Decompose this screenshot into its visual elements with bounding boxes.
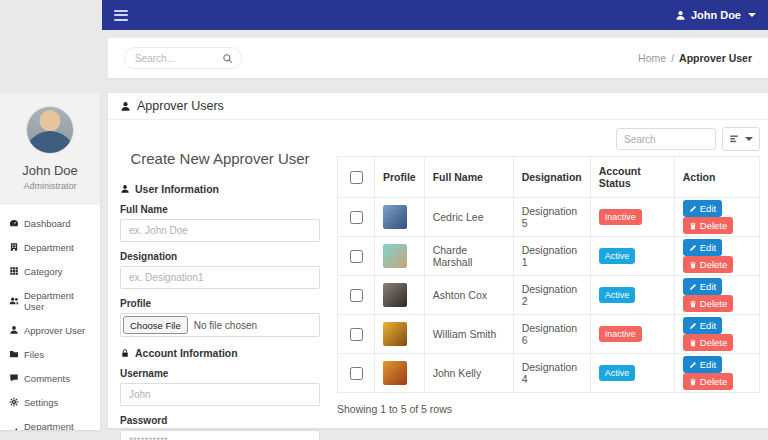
profile-file-input[interactable]: Choose File No file chosen xyxy=(120,313,320,337)
row-checkbox[interactable] xyxy=(350,328,363,341)
form-title: Create New Approver User xyxy=(120,150,320,167)
breadcrumb-current: Approver User xyxy=(679,52,752,64)
table-row: Charde Marshall Designation 1 Active Edi… xyxy=(338,237,760,276)
approver-users-table: Profile Full Name Designation Account St… xyxy=(337,156,760,393)
delete-button[interactable]: Delete xyxy=(683,256,733,273)
profile-label: Profile xyxy=(120,298,320,309)
user-menu[interactable]: John Doe xyxy=(675,9,756,21)
edit-button[interactable]: Edit xyxy=(683,356,722,373)
cell-full-name: Charde Marshall xyxy=(424,237,513,276)
status-badge: Inactive xyxy=(599,209,642,225)
delete-button[interactable]: Delete xyxy=(683,295,733,312)
row-checkbox[interactable] xyxy=(350,367,363,380)
edit-button[interactable]: Edit xyxy=(683,317,722,334)
trash-icon xyxy=(689,222,697,230)
status-badge: Inactive xyxy=(599,326,642,342)
users-table-section: Profile Full Name Designation Account St… xyxy=(337,120,768,428)
select-all-checkbox[interactable] xyxy=(350,171,363,184)
trash-icon xyxy=(689,378,697,386)
chevron-down-icon xyxy=(748,13,756,17)
profile-role: Administrator xyxy=(4,181,96,191)
account-information-section: Account Information xyxy=(120,347,320,359)
row-avatar xyxy=(383,205,407,229)
sidebar-item[interactable]: Department Reports xyxy=(0,414,100,430)
cell-full-name: Cedric Lee xyxy=(424,198,513,237)
table-row: William Smith Designation 6 Inactive Edi… xyxy=(338,315,760,354)
column-header-full-name: Full Name xyxy=(424,157,513,198)
folder-icon xyxy=(9,349,19,359)
cell-designation: Designation 2 xyxy=(513,276,590,315)
column-header-profile: Profile xyxy=(375,157,425,198)
sidebar-item-label: Department Reports xyxy=(24,421,91,431)
sidebar-item[interactable]: Category xyxy=(0,259,100,283)
choose-file-button[interactable]: Choose File xyxy=(123,316,188,334)
columns-icon xyxy=(729,134,739,144)
sidebar-item-label: Files xyxy=(24,349,44,360)
search-icon[interactable] xyxy=(222,53,233,64)
delete-button[interactable]: Delete xyxy=(683,334,733,351)
sidebar-item[interactable]: Comments xyxy=(0,366,100,390)
password-label: Password xyxy=(120,415,320,426)
trash-icon xyxy=(689,300,697,308)
gear-icon xyxy=(9,397,19,407)
row-checkbox[interactable] xyxy=(350,250,363,263)
hamburger-menu-icon[interactable] xyxy=(114,10,128,21)
global-search xyxy=(124,47,242,69)
sidebar-item[interactable]: Approver User xyxy=(0,318,100,342)
edit-button[interactable]: Edit xyxy=(683,278,722,295)
breadcrumb-home[interactable]: Home xyxy=(638,52,666,64)
delete-button[interactable]: Delete xyxy=(683,373,733,390)
breadcrumb-separator: / xyxy=(671,52,674,64)
user-icon xyxy=(120,101,131,112)
user-icon xyxy=(675,10,686,21)
cell-designation: Designation 5 xyxy=(513,198,590,237)
sidebar-item[interactable]: Files xyxy=(0,342,100,366)
edit-button[interactable]: Edit xyxy=(683,239,722,256)
column-header-account-status: Account Status xyxy=(590,157,674,198)
password-field[interactable] xyxy=(120,430,320,440)
chevron-down-icon xyxy=(745,137,753,141)
profile-name: John Doe xyxy=(4,163,96,178)
panel-header: Approver Users xyxy=(108,93,768,120)
breadcrumb: Home / Approver User xyxy=(638,52,752,64)
status-badge: Active xyxy=(599,248,636,264)
full-name-field[interactable] xyxy=(120,219,320,242)
global-search-input[interactable] xyxy=(133,52,216,65)
cell-designation: Designation 6 xyxy=(513,315,590,354)
username-label: Username xyxy=(120,368,320,379)
pencil-icon xyxy=(689,361,697,369)
sidebar-item-label: Department User xyxy=(24,290,91,312)
sidebar-item[interactable]: Department User xyxy=(0,283,100,318)
designation-label: Designation xyxy=(120,251,320,262)
row-checkbox[interactable] xyxy=(350,289,363,302)
user-information-section: User Information xyxy=(120,183,320,195)
user-icon xyxy=(120,184,130,194)
cell-full-name: John Kelly xyxy=(424,354,513,393)
sidebar-item-label: Department xyxy=(24,242,74,253)
columns-dropdown-button[interactable] xyxy=(722,127,760,151)
main-panel: Approver Users Create New Approver User … xyxy=(108,93,768,428)
pencil-icon xyxy=(689,244,697,252)
trash-icon xyxy=(689,261,697,269)
sidebar-item[interactable]: Settings xyxy=(0,390,100,414)
table-header-row: Profile Full Name Designation Account St… xyxy=(338,157,760,198)
row-avatar xyxy=(383,361,407,385)
top-navbar: John Doe xyxy=(102,0,768,30)
username-field[interactable] xyxy=(120,383,320,406)
designation-field[interactable] xyxy=(120,266,320,289)
row-avatar xyxy=(383,244,407,268)
table-search-input[interactable] xyxy=(616,128,716,150)
sidebar-item[interactable]: Dashboard xyxy=(0,211,100,235)
sidebar-item-label: Settings xyxy=(24,397,58,408)
status-badge: Active xyxy=(599,287,636,303)
delete-button[interactable]: Delete xyxy=(683,217,733,234)
cell-full-name: Ashton Cox xyxy=(424,276,513,315)
row-checkbox[interactable] xyxy=(350,211,363,224)
user-icon xyxy=(9,325,19,335)
sidebar-item[interactable]: Department xyxy=(0,235,100,259)
grid-icon xyxy=(9,266,19,276)
full-name-label: Full Name xyxy=(120,204,320,215)
avatar xyxy=(26,106,74,154)
table-toolbar xyxy=(337,127,760,151)
edit-button[interactable]: Edit xyxy=(683,200,722,217)
